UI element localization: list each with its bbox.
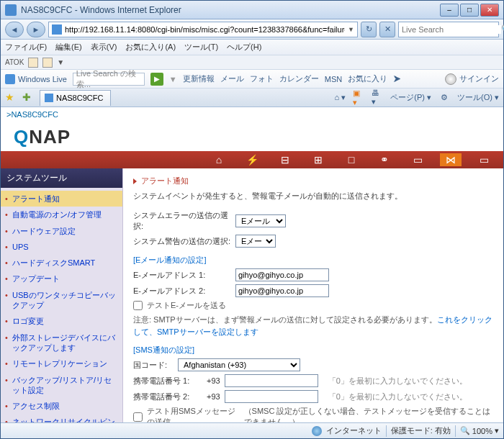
wl-item-fav[interactable]: お気に入り (348, 73, 387, 84)
tools-menu[interactable]: ツール(O) ▾ (457, 92, 499, 103)
add-favorites-icon[interactable]: ✚ (22, 91, 35, 104)
signin-link[interactable]: サインイン (459, 73, 499, 84)
nav-home-icon[interactable]: ⌂ (208, 153, 230, 166)
gear-icon[interactable]: ⚙ (438, 92, 450, 104)
search-bar[interactable]: 🔍 (398, 22, 499, 37)
sidebar-item[interactable]: ネットワークリサイクルビン (1, 414, 122, 422)
nav-status-icon[interactable]: ▭ (473, 153, 495, 166)
nav-flash-icon[interactable]: ⚡ (241, 153, 263, 166)
menu-favorites[interactable]: お気に入り(A) (125, 42, 176, 53)
smtp-note: 注意: SMTPサーバーは、まず警報メールの送信に対して設定される必要があります… (133, 314, 493, 338)
email2-label: E-メールアドレス 2: (133, 286, 231, 297)
nav-users-icon[interactable]: ⚭ (374, 153, 395, 166)
error-send-select[interactable]: Eメール (235, 214, 286, 227)
forward-button[interactable]: ► (27, 22, 45, 37)
phone1-prefix: +93 (207, 376, 220, 385)
sms-settings-head: [SMS通知の設定] (133, 345, 493, 356)
wl-item-mail[interactable]: メール (220, 73, 244, 84)
wl-search[interactable]: Live Search の検索... (73, 73, 145, 86)
email-settings-head: [Eメール通知の設定] (133, 255, 493, 266)
test-sms-label: テスト用SMSメッセージの送信 (147, 406, 240, 422)
wl-logo[interactable]: Windows Live (5, 74, 67, 84)
sidebar-item[interactable]: アップデート (1, 271, 122, 286)
sidebar-item[interactable]: ロゴ変更 (1, 313, 122, 329)
protected-mode-label: 保護モード: 有効 (391, 425, 451, 436)
refresh-button[interactable]: ↻ (361, 22, 377, 37)
stop-button[interactable]: ✕ (379, 22, 395, 37)
phone1-note: 「0」を最初に入力しないでください。 (328, 376, 467, 386)
minimize-button[interactable]: – (440, 4, 459, 17)
sidebar-item[interactable]: UPS (1, 239, 122, 255)
nav-iconbar: ⌂ ⚡ ⊟ ⊞ □ ⚭ ▭ ⋈ ▭ (1, 151, 503, 168)
home-icon[interactable]: ⌂ ▾ (334, 92, 346, 104)
sidebar-item[interactable]: ハードウェア設定 (1, 223, 122, 239)
back-button[interactable]: ◄ (5, 22, 24, 37)
search-icon[interactable]: 🔍 (501, 24, 504, 34)
menu-edit[interactable]: 編集(E) (55, 42, 82, 53)
atok-btn-1[interactable] (28, 58, 38, 68)
sidebar-item[interactable]: 自動電源のオン/オフ管理 (1, 207, 122, 222)
wl-share-icon[interactable]: ⮞ (393, 75, 401, 83)
test-email-checkbox[interactable] (133, 301, 143, 310)
menu-help[interactable]: ヘルプ(H) (227, 42, 261, 53)
country-label: 国コード: (133, 360, 174, 371)
wl-item-photo[interactable]: フォト (250, 73, 274, 84)
warn-send-select[interactable]: Eメール (235, 235, 276, 248)
menu-view[interactable]: 表示(V) (91, 42, 117, 53)
feed-icon[interactable]: ▣ ▾ (353, 92, 364, 104)
nav-folder-icon[interactable]: ▭ (407, 153, 428, 166)
window-title: NAS8C9CFC - Windows Internet Explorer (21, 5, 440, 15)
breadcrumb: >NAS8C9CFC (1, 107, 503, 122)
email1-input[interactable] (235, 268, 329, 281)
phone2-input[interactable] (225, 390, 318, 403)
atok-dropdown-icon[interactable]: ▼ (57, 58, 64, 66)
warn-send-label: システム警告の送信の選択: (133, 236, 231, 247)
close-button[interactable]: ✕ (480, 4, 499, 17)
browser-tab[interactable]: NAS8C9CFC (40, 90, 111, 106)
sidebar-item[interactable]: アクセス制限 (1, 398, 122, 414)
test-sms-warning: （SMSC 設定が正しくない場合、テストメッセージを受信することはできません。） (244, 406, 493, 422)
wl-item-news[interactable]: 更新情報 (183, 73, 215, 84)
zoom-value: 100% (472, 427, 492, 435)
error-send-label: システムエラーの送信の選択: (133, 210, 231, 232)
email2-input[interactable] (235, 284, 329, 297)
titlebar: NAS8C9CFC - Windows Internet Explorer – … (1, 1, 503, 19)
url-input[interactable] (65, 25, 345, 34)
search-input[interactable] (402, 25, 501, 34)
maximize-button[interactable]: □ (460, 4, 479, 17)
nav-network-icon[interactable]: ⊞ (307, 153, 329, 166)
zoom-dropdown-icon[interactable]: ▾ (495, 426, 499, 435)
favorites-star-icon[interactable]: ★ (5, 91, 18, 104)
browser-window: NAS8C9CFC - Windows Internet Explorer – … (0, 0, 504, 439)
sidebar-item[interactable]: 外部ストレージデバイスにバックアップします (1, 330, 122, 356)
navbar: ◄ ► ▼ ↻ ✕ 🔍 (1, 19, 503, 40)
nav-disk-icon[interactable]: ⊟ (274, 153, 296, 166)
windows-live-toolbar: Windows Live Live Search の検索... ▶ ▼ 更新情報… (1, 70, 503, 89)
sidebar: システムツール アラート通知自動電源のオン/オフ管理ハードウェア設定UPSハード… (1, 168, 123, 422)
test-sms-checkbox[interactable] (133, 412, 143, 422)
wl-item-calendar[interactable]: カレンダー (279, 73, 319, 84)
nav-tools-icon[interactable]: ⋈ (440, 153, 462, 166)
phone1-input[interactable] (225, 374, 318, 387)
brand-logo: QNAP (1, 122, 503, 151)
nav-security-icon[interactable]: □ (341, 153, 362, 166)
atok-btn-2[interactable] (42, 58, 53, 68)
address-bar[interactable]: ▼ (48, 22, 358, 37)
sidebar-item[interactable]: リモートレプリケーション (1, 356, 122, 371)
sidebar-item[interactable]: バックアップ/リストア/リセット設定 (1, 372, 122, 399)
zoom-control[interactable]: 🔍 100% ▾ (460, 426, 499, 435)
wl-item-msn[interactable]: MSN (325, 75, 342, 83)
sidebar-item[interactable]: USBのワンタッチコピーバックアップ (1, 287, 122, 314)
avatar-icon (445, 73, 456, 85)
sidebar-item[interactable]: アラート通知 (1, 191, 122, 207)
menu-tools[interactable]: ツール(T) (184, 42, 218, 53)
page-menu[interactable]: ページ(P) ▾ (390, 92, 431, 103)
settings-page: アラート通知 システムイベントが発生すると、警報電子メールが自動的に送信されます… (123, 168, 503, 422)
wl-search-go[interactable]: ▶ (150, 73, 163, 86)
sidebar-item[interactable]: ハードディスクSMART (1, 255, 122, 271)
print-icon[interactable]: 🖶 ▾ (372, 92, 383, 104)
tab-title: NAS8C9CFC (56, 94, 103, 102)
country-select[interactable]: Afghanistan (+93) (178, 358, 300, 371)
dropdown-icon[interactable]: ▼ (348, 26, 354, 33)
menu-file[interactable]: ファイル(F) (5, 42, 47, 53)
